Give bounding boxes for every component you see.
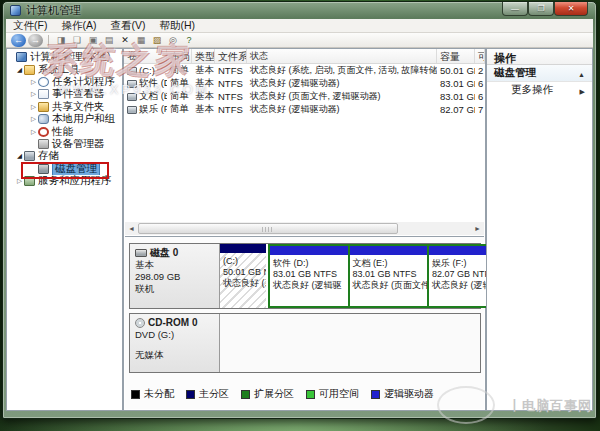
- horizontal-scrollbar[interactable]: [125, 222, 484, 235]
- actions-panel: 操作 磁盘管理 更多操作: [486, 48, 593, 411]
- col-capacity[interactable]: 容量: [437, 49, 475, 63]
- cdrom-0-block: CD-ROM 0 DVD (G:) 无媒体: [129, 313, 481, 373]
- computer-management-window: 计算机管理 — ❐ ✕ 文件(F) 操作(A) 查看(V) 帮助(H) ← → …: [2, 1, 597, 419]
- menu-help[interactable]: 帮助(H): [152, 19, 202, 32]
- partition-e[interactable]: 文档 (E:) 83.01 GB NTFS 状态良好 (页面文件: [350, 246, 428, 306]
- disk-0-label[interactable]: 磁盘 0 基本 298.09 GB 联机: [130, 244, 220, 308]
- collapse-arrow-icon[interactable]: [29, 103, 38, 111]
- actions-title: 操作: [487, 49, 592, 65]
- col-layout[interactable]: 布局: [167, 49, 192, 63]
- tree-item-task-scheduler[interactable]: 任务计划程序: [7, 76, 122, 88]
- scroll-left-icon[interactable]: [125, 222, 138, 235]
- primary-partition-swatch: [186, 390, 195, 399]
- window-icon[interactable]: ❏: [70, 34, 84, 47]
- menu-file[interactable]: 文件(F): [6, 19, 54, 32]
- tree-item-shared-folders[interactable]: 共享文件夹: [7, 101, 122, 113]
- collapse-arrow-icon[interactable]: [29, 78, 38, 86]
- menu-action[interactable]: 操作(A): [54, 19, 103, 32]
- volume-icon: [127, 80, 137, 88]
- tree-item-device-manager[interactable]: 设备管理器: [7, 138, 122, 150]
- scroll-right-icon[interactable]: [471, 222, 484, 235]
- console-tree-panel: 计算机管理(本地) 系统工具 任务计划程序: [6, 48, 123, 411]
- window-controls: — ❐ ✕: [502, 2, 588, 16]
- unallocated-swatch: [131, 390, 140, 399]
- device-manager-icon: [38, 139, 49, 149]
- close-button[interactable]: ✕: [554, 2, 588, 16]
- free-space-swatch: [306, 390, 315, 399]
- col-type[interactable]: 类型: [192, 49, 215, 63]
- volume-icon: [127, 93, 137, 101]
- partition-d[interactable]: 软件 (D:) 83.01 GB NTFS 状态良好 (逻辑驱: [270, 246, 348, 306]
- submenu-arrow-icon: [580, 84, 585, 96]
- logical-drive-bar: [350, 246, 428, 255]
- volume-row-e[interactable]: 文档 (E:) 简单 基本 NTFS 状态良好 (页面文件, 逻辑驱动器) 83…: [124, 90, 485, 103]
- system-tools-icon: [24, 65, 35, 75]
- toolbar: ← → ◨ ❏ ▣ ▤ ✕ ▦ ▨ ◎ ?: [6, 33, 593, 48]
- col-filesystem[interactable]: 文件系统: [215, 49, 247, 63]
- scrollbar-thumb[interactable]: [138, 223, 398, 234]
- actions-section-disk-management[interactable]: 磁盘管理: [487, 65, 592, 82]
- collapse-arrow-icon[interactable]: [29, 90, 38, 98]
- primary-partition-bar: [220, 244, 266, 253]
- extended-partition-swatch: [241, 390, 250, 399]
- col-volume[interactable]: 卷: [124, 49, 167, 63]
- tree-item-event-viewer[interactable]: 事件查看器: [7, 88, 122, 100]
- tree-item-storage[interactable]: 存储: [7, 150, 122, 162]
- search-icon[interactable]: ◎: [166, 34, 180, 47]
- menu-view[interactable]: 查看(V): [103, 19, 152, 32]
- partition-c[interactable]: (C:) 50.01 GB NTFS 状态良好 (系统, 启: [220, 244, 268, 308]
- properties-icon[interactable]: ▦: [134, 34, 148, 47]
- extended-partition-group: 软件 (D:) 83.01 GB NTFS 状态良好 (逻辑驱 文档 (E:): [268, 244, 509, 308]
- cd-icon: [135, 318, 145, 328]
- computer-icon: [16, 52, 27, 62]
- collapse-arrow-icon[interactable]: [29, 115, 38, 123]
- toolbar-separator: [48, 35, 49, 46]
- storage-icon: [24, 151, 35, 161]
- tree-item-computer-management[interactable]: 计算机管理(本地): [7, 51, 122, 63]
- col-free[interactable]: 可: [475, 49, 485, 63]
- partition-legend: 未分配 主分区 扩展分区 可用空间 逻辑驱动器: [131, 387, 434, 401]
- logical-drive-swatch: [371, 390, 380, 399]
- window-title: 计算机管理: [26, 3, 81, 18]
- volume-icon: [127, 106, 137, 114]
- tree-item-performance[interactable]: 性能: [7, 125, 122, 137]
- collapse-arrow-icon[interactable]: [29, 128, 38, 136]
- volume-row-d[interactable]: 软件 (D:) 简单 基本 NTFS 状态良好 (逻辑驱动器) 83.01 GB…: [124, 77, 485, 90]
- forward-icon[interactable]: →: [28, 34, 43, 47]
- cdrom-0-label[interactable]: CD-ROM 0 DVD (G:) 无媒体: [130, 314, 220, 372]
- shared-folders-icon: [38, 102, 49, 112]
- tree-item-system-tools[interactable]: 系统工具: [7, 63, 122, 75]
- export-list-icon[interactable]: ▤: [102, 34, 116, 47]
- help-icon[interactable]: ?: [182, 34, 196, 47]
- event-viewer-icon: [38, 89, 49, 99]
- graphical-disk-view: 磁盘 0 基本 298.09 GB 联机 (C:) 50.01 GB NTFS: [125, 236, 484, 409]
- tree-item-local-users-groups[interactable]: 本地用户和组: [7, 113, 122, 125]
- open-folder-icon[interactable]: ▨: [150, 34, 164, 47]
- logical-drive-bar: [270, 246, 348, 255]
- collapse-up-icon[interactable]: [578, 67, 585, 79]
- disk-0-block: 磁盘 0 基本 298.09 GB 联机 (C:) 50.01 GB NTFS: [129, 243, 481, 309]
- volume-row-c[interactable]: (C:) 简单 基本 NTFS 状态良好 (系统, 启动, 页面文件, 活动, …: [124, 64, 485, 77]
- volume-list-header: 卷 布局 类型 文件系统 状态 容量 可: [124, 49, 485, 64]
- menu-bar: 文件(F) 操作(A) 查看(V) 帮助(H): [6, 19, 593, 33]
- annotation-highlight-box: [21, 162, 109, 179]
- task-scheduler-icon: [38, 77, 49, 87]
- help-window-icon[interactable]: ▣: [86, 34, 100, 47]
- content-area: 计算机管理(本地) 系统工具 任务计划程序: [6, 48, 593, 411]
- expand-arrow-icon[interactable]: [15, 66, 24, 74]
- more-actions-item[interactable]: 更多操作: [487, 82, 592, 97]
- desktop: 计算机管理 — ❐ ✕ 文件(F) 操作(A) 查看(V) 帮助(H) ← → …: [0, 0, 600, 431]
- volume-row-f[interactable]: 娱乐 (F:) 简单 基本 NTFS 状态良好 (逻辑驱动器) 82.07 GB…: [124, 103, 485, 116]
- back-icon[interactable]: ←: [11, 34, 26, 47]
- users-icon: [38, 114, 49, 124]
- delete-icon[interactable]: ✕: [118, 34, 132, 47]
- show-console-tree-icon[interactable]: ◨: [54, 34, 68, 47]
- minimize-button[interactable]: —: [502, 2, 528, 16]
- window-icon: [10, 5, 21, 16]
- disk-icon: [135, 249, 147, 257]
- cdrom-empty-area: [220, 314, 480, 372]
- maximize-button[interactable]: ❐: [528, 2, 554, 16]
- volume-icon: [127, 67, 137, 75]
- col-status[interactable]: 状态: [247, 49, 437, 63]
- expand-arrow-icon[interactable]: [15, 152, 24, 160]
